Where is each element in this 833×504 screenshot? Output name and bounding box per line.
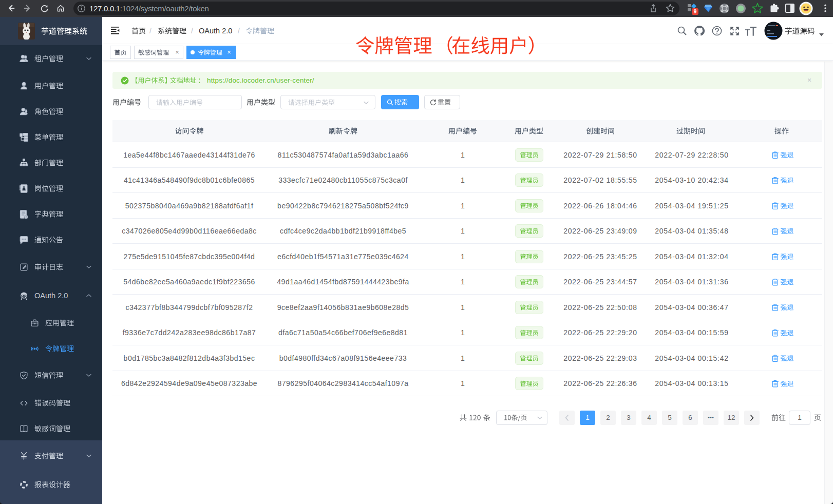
svg-text:9: 9 (694, 9, 697, 14)
